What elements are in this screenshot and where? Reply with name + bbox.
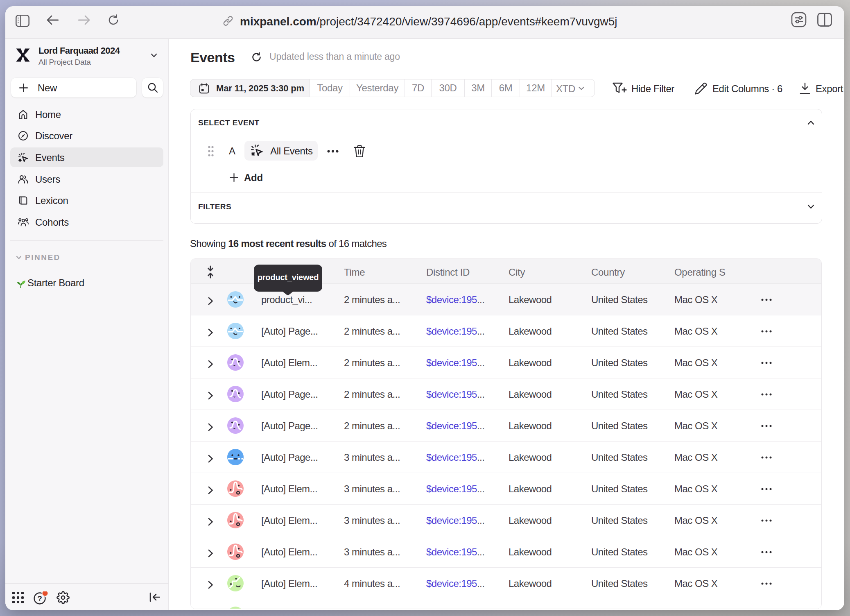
svg-text:?: ? (37, 594, 42, 603)
